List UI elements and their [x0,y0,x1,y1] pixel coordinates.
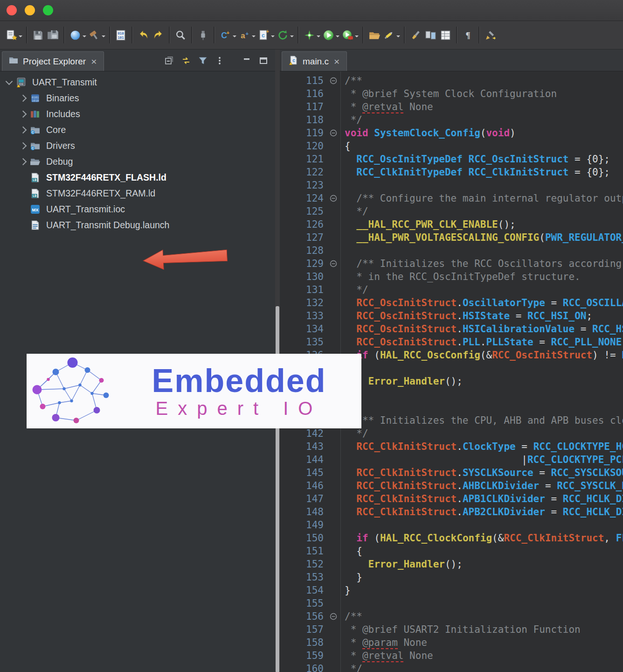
search-icon[interactable] [173,28,188,42]
code-token: = [516,441,533,452]
code-line [345,597,623,610]
tree-item[interactable]: CCore [0,122,275,138]
save-icon[interactable] [30,28,45,42]
fold-collapse-icon[interactable] [326,257,340,270]
build-icon[interactable] [87,28,102,42]
show-whitespace-icon[interactable]: ¶ [460,28,475,42]
debug-run-icon[interactable] [340,28,355,42]
binary-view-icon[interactable]: 010101 [113,28,128,42]
tree-item[interactable]: UART_Transmit Debug.launch [0,217,275,233]
fold-collapse-icon[interactable] [326,192,340,205]
code-token: = [545,297,563,308]
code-token: = {0}; [568,154,610,165]
dropdown-caret-icon[interactable] [317,35,320,39]
code-token [345,232,356,243]
tree-item[interactable]: IDEUART_Transmit [0,74,275,90]
code-token: RCC_ClkInitTypeDef [356,167,463,178]
dropdown-caret-icon[interactable] [252,35,256,39]
dropdown-caret-icon[interactable] [355,35,359,39]
run-icon[interactable] [321,28,336,42]
toolbar-separator [214,27,215,43]
tree-item-label: Binaries [46,93,79,104]
fold-collapse-icon[interactable] [326,126,340,140]
code-token [345,559,368,570]
close-tab-icon[interactable]: × [90,56,97,66]
chevron-right-icon[interactable] [18,127,30,133]
code-token: = [533,336,551,348]
refresh-index-icon[interactable] [275,28,290,42]
minimize-window-button[interactable] [25,5,35,15]
save-all-icon[interactable] [45,28,60,42]
dropdown-caret-icon[interactable] [19,35,22,39]
minimize-icon[interactable] [240,55,254,67]
chevron-right-icon[interactable] [18,112,30,117]
code-content[interactable]: /** * @brief System Clock Configuration … [341,71,623,672]
tree-item[interactable]: LDSTM32F446RETX_RAM.ld [0,185,275,201]
external-tools-icon[interactable] [302,28,317,42]
code-line: * in the RCC_OscInitTypeDef structure. [345,270,623,283]
new-header-icon[interactable]: a+ [237,28,252,42]
tree-item-label: UART_Transmit [32,77,97,88]
connector-icon[interactable] [195,28,210,42]
code-token: ( [368,350,380,361]
view-menu-icon[interactable] [213,55,227,67]
open-folder-icon[interactable] [367,28,381,42]
collapse-all-icon[interactable] [162,55,176,67]
redo-icon[interactable] [151,28,166,42]
fold-slot [326,244,340,257]
tab-main-c[interactable]: c main.c × [282,51,347,71]
new-cpp-class-icon[interactable]: C+ [218,28,233,42]
chevron-right-icon[interactable] [18,96,30,101]
format-brush-icon[interactable] [408,28,423,42]
new-wizard-icon[interactable] [4,28,19,42]
tree-item[interactable]: MXUART_Transmit.ioc [0,201,275,217]
line-number: 118 [280,113,324,126]
red-annotation-arrow [141,245,229,272]
report-grid-icon[interactable] [438,28,453,42]
code-line: Error_Handler(); [345,558,623,571]
tree-item[interactable]: CDrivers [0,138,275,154]
dropdown-caret-icon[interactable] [271,35,275,39]
line-number: 149 [280,518,324,532]
dropdown-caret-icon[interactable] [233,35,236,39]
new-source-icon[interactable]: c+ [256,28,271,42]
dropdown-caret-icon[interactable] [83,35,86,39]
tree-item[interactable]: 01011010Binaries [0,90,275,106]
line-number: 120 [280,140,324,153]
dropdown-caret-icon[interactable] [290,35,294,39]
code-token: . [457,297,463,308]
maximize-icon[interactable] [256,55,270,67]
fold-slot [326,584,340,597]
fold-collapse-icon[interactable] [326,610,340,623]
chevron-right-icon[interactable] [18,159,30,164]
tree-item-label: UART_Transmit Debug.launch [46,220,169,231]
c-file-warning-icon: c [288,55,298,68]
code-token: . [457,323,463,335]
tree-item[interactable]: Includes [0,106,275,122]
line-number: 143 [280,440,324,453]
compare-views-icon[interactable] [423,28,438,42]
fold-collapse-icon[interactable] [326,74,340,87]
line-number: 154 [280,584,324,597]
dropdown-caret-icon[interactable] [336,35,339,39]
zoom-window-button[interactable] [43,5,53,15]
tree-item[interactable]: LDSTM32F446RETX_FLASH.ld [0,169,275,185]
chevron-right-icon[interactable] [18,143,30,148]
last-edit-location-icon[interactable] [483,28,498,42]
tab-project-explorer[interactable]: Project Explorer × [2,51,104,71]
filter-icon[interactable] [196,55,210,67]
debug-config-icon[interactable] [68,28,83,42]
close-tab-icon[interactable]: × [333,56,340,66]
tree-item[interactable]: Debug [0,154,275,169]
dropdown-caret-icon[interactable] [396,35,400,39]
link-with-editor-icon[interactable] [179,55,193,67]
dropdown-caret-icon[interactable] [102,35,105,39]
highlighter-icon[interactable] [381,28,396,42]
toolbar-separator [26,27,27,43]
svg-text:LD: LD [33,178,36,182]
chevron-down-icon[interactable] [4,81,16,84]
code-token: RCC_ClkInitStruct [356,441,457,452]
close-window-button[interactable] [7,5,17,15]
undo-icon[interactable] [136,28,151,42]
ld-file-icon: LD [30,172,43,183]
